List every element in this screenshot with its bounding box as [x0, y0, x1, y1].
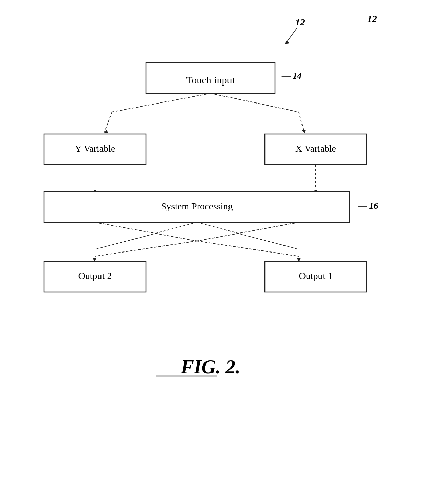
svg-text:— 16: — 16	[358, 201, 378, 211]
svg-line-9	[105, 112, 112, 132]
svg-line-7	[112, 93, 210, 112]
svg-text:System Processing: System Processing	[161, 201, 233, 211]
svg-text:12: 12	[295, 17, 305, 27]
svg-text:— 14: — 14	[281, 71, 302, 81]
svg-line-24	[95, 222, 197, 249]
svg-line-27	[197, 222, 299, 241]
svg-text:Y Variable: Y Variable	[75, 143, 115, 154]
svg-marker-10	[104, 130, 108, 133]
svg-line-26	[95, 222, 197, 241]
svg-text:Output 1: Output 1	[299, 270, 333, 281]
svg-marker-12	[301, 130, 306, 133]
svg-line-25	[197, 222, 299, 249]
svg-text:Touch input: Touch input	[186, 74, 235, 86]
svg-line-28	[95, 241, 197, 256]
svg-line-8	[210, 93, 299, 112]
svg-line-29	[197, 241, 299, 256]
svg-line-11	[299, 112, 304, 132]
svg-text:X Variable: X Variable	[295, 143, 336, 154]
svg-text:FIG. 2.: FIG. 2.	[180, 356, 240, 378]
svg-text:Output 2: Output 2	[78, 270, 112, 281]
svg-marker-2	[285, 40, 289, 44]
diagram-svg: 12 Touch input — 14 Y Variable X Variabl…	[0, 0, 421, 504]
